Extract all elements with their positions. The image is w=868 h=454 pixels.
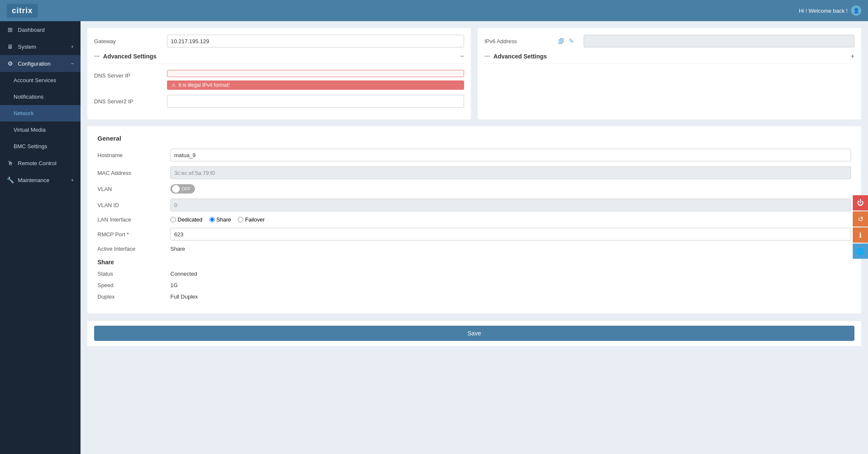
- save-button[interactable]: Save: [94, 326, 854, 341]
- top-panels-row: Gateway ··· Advanced Settings − DNS Serv…: [87, 28, 861, 119]
- ipv6-input[interactable]: [584, 35, 854, 47]
- lan-interface-row: LAN Interface Dedicated Share Failover: [97, 216, 851, 223]
- duplex-label: Duplex: [97, 293, 165, 300]
- ipv6-actions: 🗐 ✎: [557, 36, 575, 46]
- dns-field-wrap: ⚠ It is illegal IPv4 format!: [167, 70, 464, 90]
- refresh-button[interactable]: ↺: [853, 211, 868, 227]
- dns-server2-ip-label: DNS Server2 IP: [94, 98, 162, 105]
- active-interface-row: Active Interface Share: [97, 246, 851, 252]
- left-network-panel: Gateway ··· Advanced Settings − DNS Serv…: [87, 28, 471, 119]
- user-avatar: 👤: [851, 6, 861, 16]
- ipv6-row: IPv6 Address 🗐 ✎: [484, 35, 854, 47]
- duplex-row: Duplex Full Duplex: [97, 293, 851, 300]
- duplex-value: Full Duplex: [170, 293, 198, 300]
- dns-server-ip-label: DNS Server IP: [94, 70, 162, 79]
- dns-server-ip-input[interactable]: [167, 70, 464, 77]
- lan-dedicated-radio[interactable]: [170, 217, 176, 222]
- dashboard-icon: ⊞: [7, 26, 14, 33]
- sidebar-item-maintenance[interactable]: 🔧 Maintenance +: [0, 172, 81, 188]
- sidebar-item-remote-control[interactable]: 🖱 Remote Control: [0, 155, 81, 172]
- lan-failover-option[interactable]: Failover: [238, 216, 264, 223]
- lan-dedicated-label: Dedicated: [178, 216, 203, 223]
- vlan-id-input: [170, 199, 851, 211]
- sidebar-item-notifications[interactable]: Notifications: [0, 89, 81, 105]
- gateway-input[interactable]: [167, 35, 464, 47]
- logo: citrix: [7, 4, 38, 18]
- dns-server2-ip-row: DNS Server2 IP: [94, 95, 464, 108]
- error-icon: ⚠: [171, 82, 176, 88]
- header: citrix Hi ! Welcome back ! 👤: [0, 0, 868, 21]
- maintenance-icon: 🔧: [7, 177, 14, 183]
- vlan-row: VLAN OFF: [97, 184, 851, 194]
- expand-icon: +: [71, 44, 74, 49]
- mac-address-label: MAC Address: [97, 170, 165, 176]
- sidebar-item-bmc-settings[interactable]: BMC Settings: [0, 138, 81, 155]
- system-icon: 🖥: [7, 43, 14, 50]
- expand-right-advanced-btn[interactable]: +: [851, 53, 854, 60]
- speed-row: Speed 1G: [97, 282, 851, 288]
- status-value: Connected: [170, 271, 197, 277]
- general-title: General: [97, 135, 851, 142]
- ipv6-edit-btn[interactable]: ✎: [568, 36, 575, 46]
- sidebar-item-label: System: [18, 44, 36, 50]
- dns-server2-ip-input[interactable]: [167, 95, 464, 108]
- hostname-input[interactable]: [170, 149, 851, 161]
- dots-icon: ···: [94, 53, 100, 60]
- collapse-left-advanced-btn[interactable]: −: [460, 53, 464, 60]
- dots-icon-right: ···: [484, 53, 490, 60]
- sidebar-item-dashboard[interactable]: ⊞ Dashboard: [0, 21, 81, 38]
- right-advanced-settings-title: ··· Advanced Settings: [484, 53, 547, 60]
- sidebar: ⊞ Dashboard 🖥 System + ⚙ Configuration −…: [0, 21, 81, 454]
- main-layout: ⊞ Dashboard 🖥 System + ⚙ Configuration −…: [0, 21, 868, 454]
- right-advanced-settings-header: ··· Advanced Settings +: [484, 53, 854, 64]
- save-bar: Save: [87, 320, 861, 346]
- lan-share-label: Share: [217, 216, 231, 223]
- floating-buttons: ⏻ ↺ ℹ 🌐: [853, 195, 868, 259]
- vlan-id-row: VLAN ID: [97, 199, 851, 211]
- expand-icon: +: [71, 177, 74, 183]
- sidebar-item-network[interactable]: Network: [0, 105, 81, 122]
- sidebar-item-label: Dashboard: [18, 27, 45, 33]
- vlan-state: OFF: [181, 186, 191, 191]
- gateway-label: Gateway: [94, 38, 162, 44]
- mac-address-row: MAC Address: [97, 166, 851, 179]
- lan-failover-radio[interactable]: [238, 217, 243, 222]
- globe-button[interactable]: 🌐: [853, 244, 868, 259]
- welcome-text: Hi ! Welcome back !: [799, 8, 848, 14]
- power-button[interactable]: ⏻: [853, 195, 868, 210]
- remote-icon: 🖱: [7, 160, 14, 166]
- general-panel: General Hostname MAC Address VLAN OFF: [87, 126, 861, 313]
- ipv6-copy-btn[interactable]: 🗐: [557, 36, 565, 46]
- sidebar-item-system[interactable]: 🖥 System +: [0, 38, 81, 55]
- ipv6-label: IPv6 Address: [484, 38, 552, 44]
- left-advanced-settings-title: ··· Advanced Settings: [94, 53, 156, 60]
- lan-share-radio[interactable]: [209, 217, 215, 222]
- sidebar-item-virtual-media[interactable]: Virtual Media: [0, 122, 81, 138]
- lan-dedicated-option[interactable]: Dedicated: [170, 216, 203, 223]
- toggle-circle: [172, 185, 180, 193]
- lan-failover-label: Failover: [245, 216, 264, 223]
- vlan-toggle[interactable]: OFF: [170, 184, 195, 194]
- active-interface-label: Active Interface: [97, 246, 165, 252]
- lan-share-option[interactable]: Share: [209, 216, 231, 223]
- dns-server-ip-row: DNS Server IP ⚠ It is illegal IPv4 forma…: [94, 70, 464, 90]
- sidebar-item-configuration[interactable]: ⚙ Configuration −: [0, 55, 81, 72]
- config-icon: ⚙: [7, 60, 14, 67]
- content-area: Gateway ··· Advanced Settings − DNS Serv…: [81, 21, 868, 454]
- info-button[interactable]: ℹ: [853, 227, 868, 243]
- rmcp-port-input[interactable]: [170, 228, 851, 241]
- sidebar-item-label: BMC Settings: [14, 143, 47, 149]
- speed-value: 1G: [170, 282, 178, 288]
- speed-label: Speed: [97, 282, 165, 288]
- mac-address-input: [170, 166, 851, 179]
- lan-interface-radio-group: Dedicated Share Failover: [170, 216, 265, 223]
- sidebar-item-label: Configuration: [18, 61, 50, 67]
- header-user: Hi ! Welcome back ! 👤: [799, 6, 861, 16]
- sidebar-item-account-services[interactable]: Account Services: [0, 72, 81, 89]
- right-network-panel: IPv6 Address 🗐 ✎ ··· Advanced Settings +: [478, 28, 861, 119]
- dns-error-message: ⚠ It is illegal IPv4 format!: [167, 80, 464, 90]
- status-label: Status: [97, 271, 165, 277]
- sidebar-item-label: Network: [14, 110, 34, 116]
- sidebar-item-label: Remote Control: [18, 160, 56, 166]
- left-advanced-settings-header: ··· Advanced Settings −: [94, 53, 464, 64]
